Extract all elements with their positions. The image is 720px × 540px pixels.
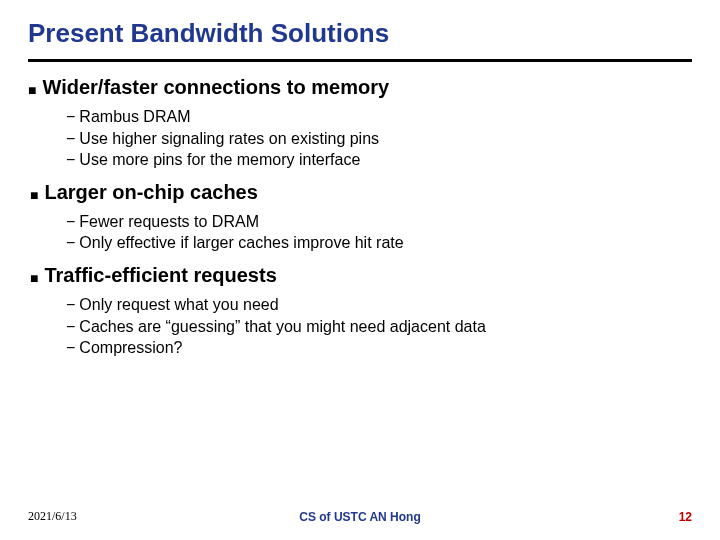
list-item: − Fewer requests to DRAM bbox=[66, 211, 692, 233]
topic-2-items: − Fewer requests to DRAM − Only effectiv… bbox=[28, 211, 692, 254]
slide-title: Present Bandwidth Solutions bbox=[28, 18, 692, 49]
list-item: − Caches are “guessing” that you might n… bbox=[66, 316, 692, 338]
dash-icon: − bbox=[66, 211, 75, 233]
list-item: − Rambus DRAM bbox=[66, 106, 692, 128]
list-item: − Use higher signaling rates on existing… bbox=[66, 128, 692, 150]
topic-1-items: − Rambus DRAM − Use higher signaling rat… bbox=[28, 106, 692, 171]
footer-center: CS of USTC AN Hong bbox=[299, 510, 421, 524]
topic-2: ■ Larger on-chip caches − Fewer requests… bbox=[28, 181, 692, 254]
dash-icon: − bbox=[66, 232, 75, 254]
topic-1-heading: Wider/faster connections to memory bbox=[42, 76, 389, 99]
dash-icon: − bbox=[66, 106, 75, 128]
item-text: Fewer requests to DRAM bbox=[79, 211, 259, 233]
topic-2-heading: Larger on-chip caches bbox=[44, 181, 257, 204]
item-text: Use higher signaling rates on existing p… bbox=[79, 128, 379, 150]
list-item: − Compression? bbox=[66, 337, 692, 359]
item-text: Use more pins for the memory interface bbox=[79, 149, 360, 171]
item-text: Only request what you need bbox=[79, 294, 278, 316]
topic-3-items: − Only request what you need − Caches ar… bbox=[28, 294, 692, 359]
item-text: Caches are “guessing” that you might nee… bbox=[79, 316, 485, 338]
dash-icon: − bbox=[66, 337, 75, 359]
item-text: Compression? bbox=[79, 337, 182, 359]
list-item: − Use more pins for the memory interface bbox=[66, 149, 692, 171]
dash-icon: − bbox=[66, 294, 75, 316]
item-text: Only effective if larger caches improve … bbox=[79, 232, 403, 254]
footer-date: 2021/6/13 bbox=[28, 509, 77, 524]
title-rule bbox=[28, 59, 692, 62]
dash-icon: − bbox=[66, 128, 75, 150]
topic-2-head: ■ Larger on-chip caches bbox=[28, 181, 692, 205]
topic-3: ■ Traffic-efficient requests − Only requ… bbox=[28, 264, 692, 359]
footer-page-number: 12 bbox=[679, 510, 692, 524]
topic-3-heading: Traffic-efficient requests bbox=[44, 264, 276, 287]
topic-3-head: ■ Traffic-efficient requests bbox=[28, 264, 692, 288]
square-bullet-icon: ■ bbox=[28, 76, 36, 100]
slide: Present Bandwidth Solutions ■ Wider/fast… bbox=[0, 0, 720, 540]
list-item: − Only effective if larger caches improv… bbox=[66, 232, 692, 254]
slide-footer: 2021/6/13 CS of USTC AN Hong 12 bbox=[0, 509, 720, 524]
item-text: Rambus DRAM bbox=[79, 106, 190, 128]
list-item: − Only request what you need bbox=[66, 294, 692, 316]
topic-1-head: ■ Wider/faster connections to memory bbox=[28, 76, 692, 100]
dash-icon: − bbox=[66, 316, 75, 338]
square-bullet-icon: ■ bbox=[30, 264, 38, 288]
topic-1: ■ Wider/faster connections to memory − R… bbox=[28, 76, 692, 171]
square-bullet-icon: ■ bbox=[30, 181, 38, 205]
dash-icon: − bbox=[66, 149, 75, 171]
